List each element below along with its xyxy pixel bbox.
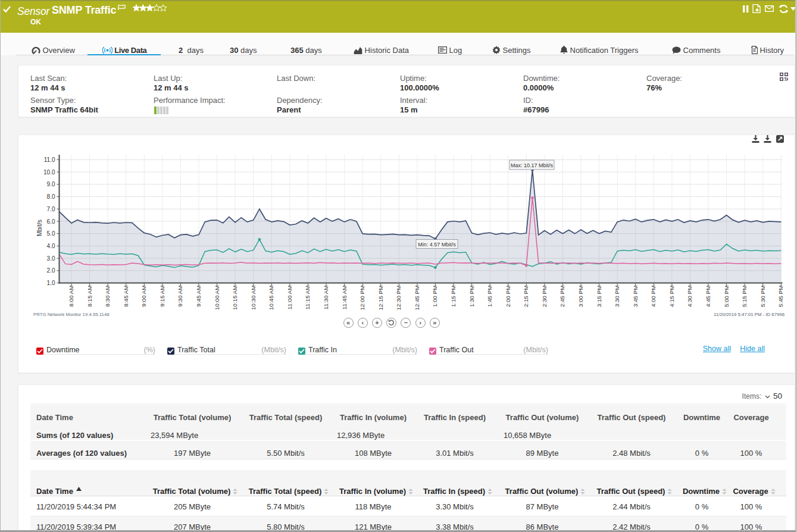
svg-text:9.0: 9.0 xyxy=(47,181,55,187)
svg-text:9:30 AM: 9:30 AM xyxy=(177,286,183,307)
svg-text:5:45 PM: 5:45 PM xyxy=(777,286,784,308)
svg-text:10:00 AM: 10:00 AM xyxy=(214,286,220,310)
svg-text:4.0: 4.0 xyxy=(47,243,55,249)
svg-text:4:00 PM: 4:00 PM xyxy=(650,286,657,308)
svg-text:12:15 PM: 12:15 PM xyxy=(377,286,384,311)
svg-text:10:45 AM: 10:45 AM xyxy=(268,286,274,310)
svg-text:11:45 AM: 11:45 AM xyxy=(341,286,348,310)
svg-text:6.0: 6.0 xyxy=(47,218,55,225)
svg-text:5:30 PM: 5:30 PM xyxy=(760,286,766,308)
svg-text:10.0: 10.0 xyxy=(43,169,55,176)
svg-text:12:30 PM: 12:30 PM xyxy=(395,286,402,311)
svg-text:9:45 AM: 9:45 AM xyxy=(195,286,202,307)
svg-text:Max: 10.17 Mbit/s: Max: 10.17 Mbit/s xyxy=(511,162,554,168)
svg-text:11:15 AM: 11:15 AM xyxy=(304,286,311,310)
svg-text:3:30 PM: 3:30 PM xyxy=(614,285,620,307)
svg-text:11.0: 11.0 xyxy=(44,157,55,163)
svg-text:3:15 PM: 3:15 PM xyxy=(596,286,602,308)
svg-text:9:15 AM: 9:15 AM xyxy=(159,286,165,307)
svg-text:4:15 PM: 4:15 PM xyxy=(668,286,675,308)
svg-text:1:15 PM: 1:15 PM xyxy=(450,286,457,308)
svg-text:11:30 AM: 11:30 AM xyxy=(323,286,329,310)
svg-text:2:30 PM: 2:30 PM xyxy=(541,286,548,308)
svg-text:4:45 PM: 4:45 PM xyxy=(705,286,711,308)
svg-text:3.0: 3.0 xyxy=(47,255,55,262)
svg-text:Min: 4.57 Mbit/s: Min: 4.57 Mbit/s xyxy=(418,242,456,248)
svg-text:8:00 AM: 8:00 AM xyxy=(68,286,74,307)
svg-text:12:45 PM: 12:45 PM xyxy=(414,286,420,311)
svg-text:9:00 AM: 9:00 AM xyxy=(140,286,147,307)
svg-text:1:00 PM: 1:00 PM xyxy=(432,286,438,308)
svg-text:1.0: 1.0 xyxy=(47,280,55,286)
svg-text:8:15 AM: 8:15 AM xyxy=(86,286,93,307)
svg-text:2:00 PM: 2:00 PM xyxy=(505,286,511,308)
svg-text:PRTG Network Monitor 19.4.55.1: PRTG Network Monitor 19.4.55.1148 xyxy=(33,312,110,317)
svg-text:11:00 AM: 11:00 AM xyxy=(286,286,293,310)
svg-text:8.0: 8.0 xyxy=(47,193,55,200)
svg-text:12:00 PM: 12:00 PM xyxy=(359,286,365,311)
svg-text:1:45 PM: 1:45 PM xyxy=(486,286,493,308)
svg-text:8:30 AM: 8:30 AM xyxy=(104,286,111,307)
svg-text:2.0: 2.0 xyxy=(47,267,55,274)
svg-text:1:30 PM: 1:30 PM xyxy=(468,286,475,308)
svg-text:10:15 AM: 10:15 AM xyxy=(232,286,238,310)
svg-text:2:15 PM: 2:15 PM xyxy=(523,286,529,308)
svg-text:Mbit/s: Mbit/s xyxy=(36,220,43,236)
svg-text:3:45 PM: 3:45 PM xyxy=(632,286,639,308)
svg-text:5:00 PM: 5:00 PM xyxy=(723,286,730,308)
svg-text:2:45 PM: 2:45 PM xyxy=(559,286,565,308)
svg-text:4:30 PM: 4:30 PM xyxy=(686,286,693,308)
svg-text:11/20/2019 5:47:01 PM - ID 679: 11/20/2019 5:47:01 PM - ID 67996 xyxy=(714,312,785,317)
svg-text:10:30 AM: 10:30 AM xyxy=(250,286,257,310)
svg-text:8:45 AM: 8:45 AM xyxy=(123,286,129,307)
svg-text:5:15 PM: 5:15 PM xyxy=(741,286,748,308)
svg-text:7.0: 7.0 xyxy=(47,206,55,212)
svg-text:3:00 PM: 3:00 PM xyxy=(577,286,584,308)
svg-text:5.0: 5.0 xyxy=(47,230,55,237)
